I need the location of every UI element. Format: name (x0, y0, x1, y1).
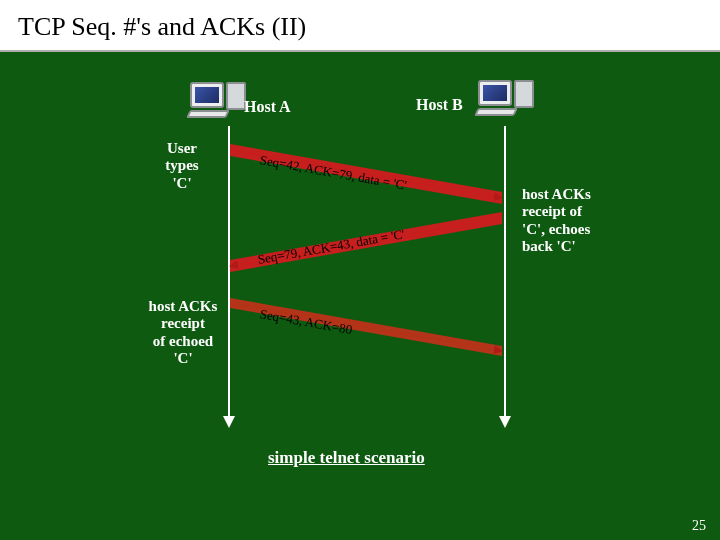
title-underline (0, 50, 720, 52)
event-user-types-c: Usertypes'C' (142, 140, 222, 192)
message-3-label: Seq=43, ACK=80 (259, 306, 354, 338)
host-a-computer-icon (190, 82, 224, 108)
event-host-a-ack-echo: host ACKsreceiptof echoed'C' (128, 298, 238, 367)
host-a-label: Host A (244, 98, 291, 116)
page-number: 25 (692, 518, 706, 534)
message-2-label: Seq=79, ACK=43, data = 'C' (257, 226, 406, 268)
svg-marker-4 (230, 298, 502, 356)
event-host-b-ack-echo: host ACKsreceipt of'C', echoesback 'C' (522, 186, 632, 255)
timeline-host-b (504, 126, 506, 426)
diagram-stage: Host A Host B Usertypes'C' host ACKsrece… (0, 52, 720, 540)
slide-title: TCP Seq. #'s and ACKs (II) (0, 0, 720, 52)
message-1-label: Seq=42, ACK=79, data = 'C' (259, 152, 408, 194)
host-b-computer-icon (478, 80, 512, 106)
timeline-host-a (228, 126, 230, 426)
host-b-label: Host B (416, 96, 463, 114)
scenario-caption: simple telnet scenario (268, 448, 425, 468)
